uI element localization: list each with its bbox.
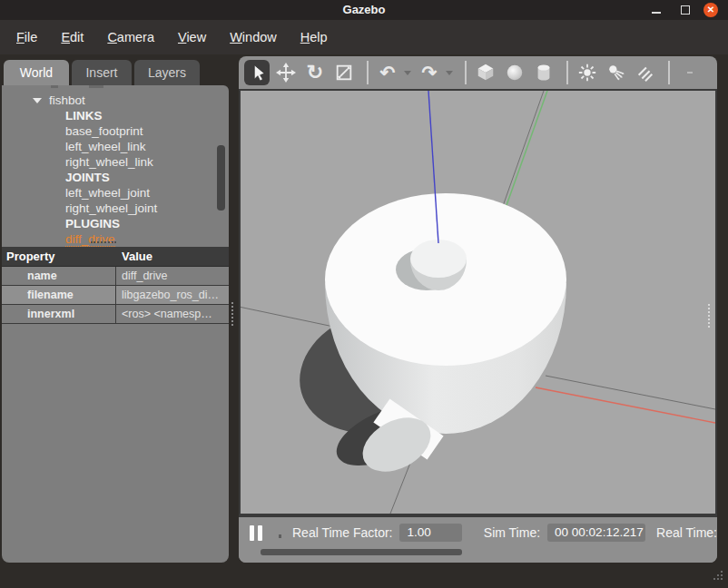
- viewport-panel: ↻ ↶ ↷: [239, 56, 717, 563]
- spot-light-button[interactable]: [604, 60, 629, 85]
- sim-time-value: 00 00:02:12.217: [547, 524, 645, 542]
- render-view-3d[interactable]: [239, 89, 717, 515]
- sphere-icon: [505, 63, 525, 83]
- header-value: Value: [116, 250, 229, 263]
- spot-light-icon: [606, 63, 626, 83]
- menu-edit[interactable]: Edit: [52, 26, 93, 48]
- real-time-label: Real Time:: [656, 525, 717, 540]
- tree-item-base-footprint[interactable]: base_footprint: [65, 123, 143, 139]
- close-icon: ✕: [703, 3, 718, 17]
- maximize-icon: [681, 5, 690, 15]
- world-panel: fishbot LINKS base_footprint left_wheel_…: [2, 85, 229, 563]
- redo-history-dropdown-icon[interactable]: [446, 71, 453, 75]
- real-time-factor-value: 1.00: [399, 524, 461, 542]
- translate-tool-button[interactable]: [273, 60, 299, 85]
- right-panel-splitter-handle[interactable]: [708, 304, 710, 328]
- rotate-icon: ↻: [307, 63, 323, 83]
- point-light-button[interactable]: [575, 60, 600, 85]
- gazebo-window: { "window": { "title": "Gazebo" }, "menu…: [0, 0, 728, 588]
- tab-layers[interactable]: Layers: [134, 60, 200, 85]
- resize-grip-icon[interactable]: [712, 571, 724, 583]
- menu-help[interactable]: Help: [291, 26, 337, 48]
- directional-light-icon: [635, 63, 655, 83]
- tree-section-plugins[interactable]: PLUGINS: [65, 216, 120, 231]
- menubar: File Edit Camera View Window Help: [0, 20, 728, 54]
- header-property: Property: [2, 250, 116, 263]
- tree-item-left-wheel-joint[interactable]: left_wheel_joint: [65, 185, 150, 201]
- tree-item-label: fishbot: [49, 93, 85, 107]
- toolbar-separator: [367, 61, 369, 84]
- pause-button[interactable]: [250, 525, 262, 541]
- property-table-header: Property Value: [2, 247, 229, 267]
- toolbar-separator: [566, 61, 568, 84]
- scale-tool-button[interactable]: [331, 60, 357, 85]
- expand-arrow-icon[interactable]: [33, 98, 42, 103]
- tree-item-right-wheel-joint[interactable]: right_wheel_joint: [65, 201, 157, 216]
- undo-button[interactable]: ↶: [375, 60, 400, 85]
- panel-splitter-handle[interactable]: [231, 302, 233, 326]
- left-panel-tabs: World Insert Layers: [4, 60, 200, 85]
- property-row-innerxml[interactable]: innerxml <ros> <namesp…: [2, 305, 229, 324]
- clipped-row-fragment: [51, 85, 58, 88]
- render-toolbar: ↻ ↶ ↷: [239, 56, 717, 89]
- scale-icon: [334, 63, 354, 83]
- minimize-icon: [652, 12, 661, 14]
- redo-icon: ↷: [422, 64, 438, 82]
- redo-button[interactable]: ↷: [417, 60, 442, 85]
- clipped-row-fragment: [89, 85, 103, 88]
- cylinder-icon: [534, 63, 554, 83]
- menu-camera[interactable]: Camera: [98, 26, 163, 48]
- property-row-name[interactable]: name diff_drive: [2, 267, 229, 286]
- tree-item-right-wheel-link[interactable]: right_wheel_link: [65, 154, 153, 170]
- sim-statusbar: Real Time Factor: 1.00 Sim Time: 00 00:0…: [239, 515, 717, 563]
- toolbar-overflow-mark[interactable]: [687, 72, 693, 74]
- scene-robot-fishbot: [241, 91, 715, 514]
- rotate-tool-button[interactable]: ↻: [302, 60, 328, 85]
- tree-scrollbar[interactable]: [217, 145, 225, 211]
- property-table: Property Value name diff_drive filename …: [2, 247, 229, 324]
- titlebar: Gazebo ✕: [0, 0, 728, 20]
- pause-icon: [250, 525, 254, 541]
- toolbar-separator: [465, 61, 467, 84]
- tree-section-joints[interactable]: JOINTS: [65, 170, 110, 185]
- step-widget[interactable]: [279, 534, 281, 538]
- menu-file[interactable]: File: [7, 26, 46, 48]
- insert-sphere-button[interactable]: [502, 60, 527, 85]
- menu-view[interactable]: View: [169, 26, 215, 48]
- minimize-button[interactable]: [644, 0, 668, 20]
- tree-item-fishbot[interactable]: fishbot: [49, 93, 85, 108]
- box-icon: [476, 63, 496, 83]
- status-scrollbar[interactable]: [261, 549, 462, 555]
- maximize-button[interactable]: [674, 0, 697, 20]
- real-time-factor-label: Real Time Factor:: [292, 525, 392, 540]
- close-button[interactable]: ✕: [699, 0, 723, 20]
- sim-time-label: Sim Time:: [484, 525, 540, 540]
- tree-item-left-wheel-link[interactable]: left_wheel_link: [65, 139, 146, 154]
- point-light-icon: [577, 63, 597, 83]
- tab-insert[interactable]: Insert: [72, 60, 132, 85]
- tab-world[interactable]: World: [4, 60, 69, 85]
- tree-table-splitter[interactable]: [91, 241, 116, 243]
- window-title: Gazebo: [0, 0, 728, 20]
- undo-history-dropdown-icon[interactable]: [404, 71, 411, 75]
- menu-window[interactable]: Window: [221, 26, 286, 48]
- cursor-arrow-icon: [247, 63, 267, 83]
- insert-cylinder-button[interactable]: [531, 60, 556, 85]
- undo-icon: ↶: [380, 64, 396, 82]
- toolbar-separator: [668, 61, 670, 84]
- tree-item-diff-drive[interactable]: diff_drive: [65, 231, 115, 247]
- tree-section-links[interactable]: LINKS: [65, 108, 103, 123]
- move-icon: [276, 63, 296, 83]
- lidar-top: [410, 240, 467, 278]
- property-row-filename[interactable]: filename libgazebo_ros_di…: [2, 286, 229, 305]
- directional-light-button[interactable]: [633, 60, 658, 85]
- select-tool-button[interactable]: [244, 60, 270, 85]
- insert-box-button[interactable]: [473, 60, 498, 85]
